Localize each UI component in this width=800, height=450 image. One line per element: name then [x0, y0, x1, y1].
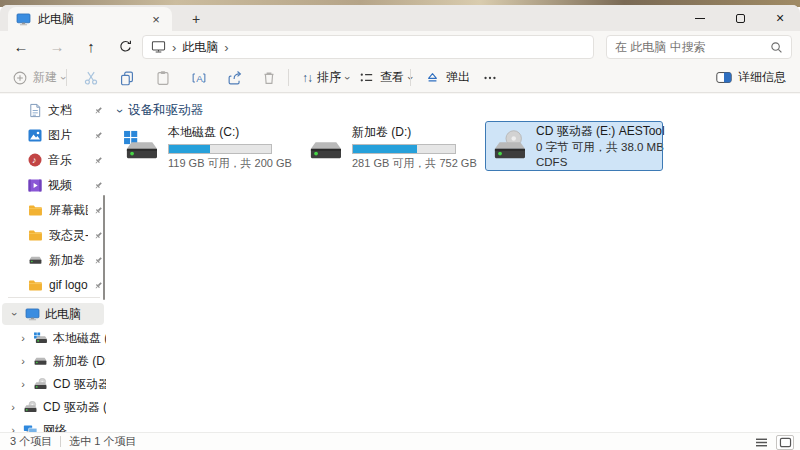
- sidebar-item-gif-logo[interactable]: gif logo: [0, 274, 106, 296]
- sidebar-tree-network[interactable]: › 网络: [0, 419, 106, 432]
- paste-button[interactable]: [148, 64, 178, 91]
- refresh-button[interactable]: [112, 34, 138, 60]
- new-button[interactable]: 新建›: [6, 64, 72, 91]
- drive-free-space: 0 字节 可用，共 38.0 MB: [536, 140, 665, 155]
- sidebar-tree-this-pc[interactable]: › 此电脑: [2, 303, 104, 325]
- new-tab-button[interactable]: +: [186, 9, 206, 29]
- view-button[interactable]: 查看›: [352, 64, 419, 91]
- eject-icon: [424, 69, 441, 86]
- cut-icon: [82, 69, 100, 87]
- command-toolbar: 新建› A ↑↓ 排序›: [0, 62, 800, 93]
- file-explorer-window: 此电脑 × + × ← → ↑ › 此电脑: [0, 0, 800, 450]
- content-area: 文档 图片 ♪ 音乐 视频 屏幕截图: [0, 94, 800, 432]
- sidebar-tree-new-volume-d[interactable]: › 新加卷 (D:): [0, 350, 106, 372]
- close-button[interactable]: ×: [760, 5, 800, 31]
- network-icon: [23, 424, 38, 432]
- ellipsis-icon: [482, 70, 498, 86]
- copy-icon: [118, 69, 136, 87]
- capacity-bar: [352, 144, 456, 154]
- copy-button[interactable]: [112, 64, 142, 91]
- share-button[interactable]: [220, 64, 250, 91]
- chevron-right-icon[interactable]: ›: [8, 401, 18, 413]
- details-pane-button[interactable]: 详细信息: [709, 64, 792, 91]
- plus-circle-icon: [12, 70, 28, 86]
- trash-icon: [260, 69, 278, 87]
- pictures-icon: [28, 129, 42, 142]
- details-pane-icon: [715, 70, 733, 85]
- sidebar-item-videos[interactable]: 视频: [0, 174, 106, 196]
- minimize-icon: [695, 18, 705, 19]
- details-view-toggle[interactable]: [752, 435, 770, 450]
- svg-text:A: A: [196, 72, 203, 83]
- breadcrumb-chevron-icon[interactable]: ›: [224, 40, 228, 55]
- drive-free-space: 281 GB 可用，共 752 GB: [352, 156, 477, 171]
- tab-title: 此电脑: [38, 11, 141, 28]
- close-icon: ×: [776, 11, 784, 25]
- sidebar-tree-cd-drive-e[interactable]: › CD 驱动器 (E:: [0, 373, 106, 395]
- maximize-button[interactable]: [720, 5, 760, 31]
- sidebar-divider: [8, 297, 100, 298]
- cd-drive-icon: [490, 130, 528, 168]
- drive-name: CD 驱动器 (E:) AESTool: [536, 124, 665, 140]
- sidebar-item-screenshots[interactable]: 屏幕截图: [0, 199, 106, 221]
- up-button[interactable]: ↑: [78, 34, 104, 60]
- document-icon: [28, 103, 42, 118]
- drive-tile-new-volume-d[interactable]: 新加卷 (D:) 281 GB 可用，共 752 GB: [302, 122, 484, 168]
- sidebar-item-new-volume-d[interactable]: 新加卷 (D:): [0, 249, 106, 271]
- large-icons-view-toggle[interactable]: [776, 435, 794, 450]
- tab-close-icon[interactable]: ×: [148, 11, 164, 27]
- pin-icon: [94, 156, 103, 165]
- pin-icon: [94, 131, 103, 140]
- back-button[interactable]: ←: [8, 34, 34, 60]
- rename-button[interactable]: A: [184, 64, 214, 91]
- hdd-icon: [306, 130, 344, 166]
- drive-free-space: 119 GB 可用，共 200 GB: [168, 156, 292, 171]
- list-view-icon: [755, 437, 768, 448]
- computer-outline-icon: [151, 40, 166, 54]
- videos-icon: [28, 179, 42, 192]
- drive-icon: [33, 356, 48, 366]
- selection-count: 选中 1 个项目: [69, 434, 136, 449]
- chevron-right-icon[interactable]: ›: [18, 332, 28, 344]
- group-header-devices-and-drives[interactable]: › 设备和驱动器: [118, 102, 203, 119]
- item-count: 3 个项目: [10, 434, 52, 449]
- chevron-right-icon[interactable]: ›: [8, 424, 18, 432]
- chevron-right-icon[interactable]: ›: [18, 355, 28, 367]
- sidebar-item-music[interactable]: ♪ 音乐: [0, 149, 106, 171]
- breadcrumb-this-pc[interactable]: 此电脑: [182, 39, 218, 56]
- sort-arrows-icon: ↑↓: [302, 71, 312, 85]
- sidebar-tree-cd-drive-e-top[interactable]: › CD 驱动器 (E:) A: [0, 396, 106, 418]
- sidebar-item-zhitai-folder[interactable]: 致态灵-先锋精: [0, 224, 106, 246]
- navigation-bar: ← → ↑ › 此电脑 › 在 此电脑 中搜索: [0, 31, 800, 62]
- pin-icon: [94, 106, 103, 115]
- eject-button[interactable]: 弹出: [418, 64, 476, 91]
- search-box[interactable]: 在 此电脑 中搜索: [606, 35, 792, 59]
- tab-bar: 此电脑 × + ×: [0, 5, 800, 31]
- drive-filesystem: CDFS: [536, 155, 665, 170]
- minimize-button[interactable]: [680, 5, 720, 31]
- drive-tile-local-disk-c[interactable]: 本地磁盘 (C:) 119 GB 可用，共 200 GB: [118, 122, 300, 168]
- sidebar-item-pictures[interactable]: 图片: [0, 124, 106, 146]
- share-icon: [226, 69, 244, 87]
- cut-button[interactable]: [76, 64, 106, 91]
- tab-this-pc[interactable]: 此电脑 ×: [8, 7, 172, 31]
- drive-tile-cd-e-aestool[interactable]: CD 驱动器 (E:) AESTool 0 字节 可用，共 38.0 MB CD…: [486, 122, 662, 170]
- view-options-icon: [358, 69, 375, 86]
- large-icons-view-icon: [779, 437, 792, 448]
- sort-button[interactable]: ↑↓ 排序›: [296, 64, 356, 91]
- pin-icon: [94, 206, 103, 215]
- sidebar-tree-local-disk-c[interactable]: › 本地磁盘 (C:): [0, 327, 106, 349]
- refresh-icon: [118, 39, 133, 54]
- chevron-down-icon[interactable]: ›: [9, 309, 21, 319]
- sidebar-scrollbar[interactable]: [103, 195, 105, 300]
- paste-icon: [154, 69, 172, 87]
- delete-button[interactable]: [254, 64, 284, 91]
- sidebar-item-documents[interactable]: 文档: [0, 99, 106, 121]
- address-bar[interactable]: › 此电脑 ›: [142, 35, 594, 59]
- forward-button[interactable]: →: [44, 34, 70, 60]
- pin-icon: [94, 231, 103, 240]
- drive-name: 本地磁盘 (C:): [168, 124, 292, 141]
- folder-icon: [28, 279, 43, 291]
- more-options-button[interactable]: [476, 64, 504, 91]
- chevron-right-icon[interactable]: ›: [18, 378, 28, 390]
